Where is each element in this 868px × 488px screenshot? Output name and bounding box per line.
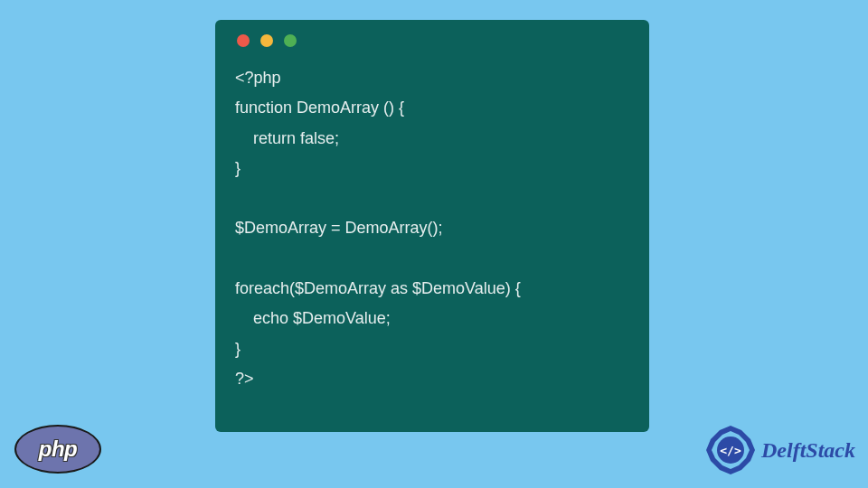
php-logo-text: php xyxy=(39,436,77,462)
badge-inner-text: </> xyxy=(720,444,741,457)
php-logo-ellipse: php xyxy=(14,425,101,474)
maximize-icon xyxy=(284,34,297,47)
php-logo: php xyxy=(14,425,101,474)
close-icon xyxy=(237,34,250,47)
minimize-icon xyxy=(260,34,273,47)
window-traffic-lights xyxy=(237,34,629,47)
code-block: <?php function DemoArray () { return fal… xyxy=(235,63,629,394)
delftstack-logo: </> DelftStack xyxy=(705,425,855,475)
delftstack-logo-text: DelftStack xyxy=(761,438,855,463)
delftstack-badge-icon: </> xyxy=(705,425,756,475)
code-window: <?php function DemoArray () { return fal… xyxy=(215,20,649,432)
